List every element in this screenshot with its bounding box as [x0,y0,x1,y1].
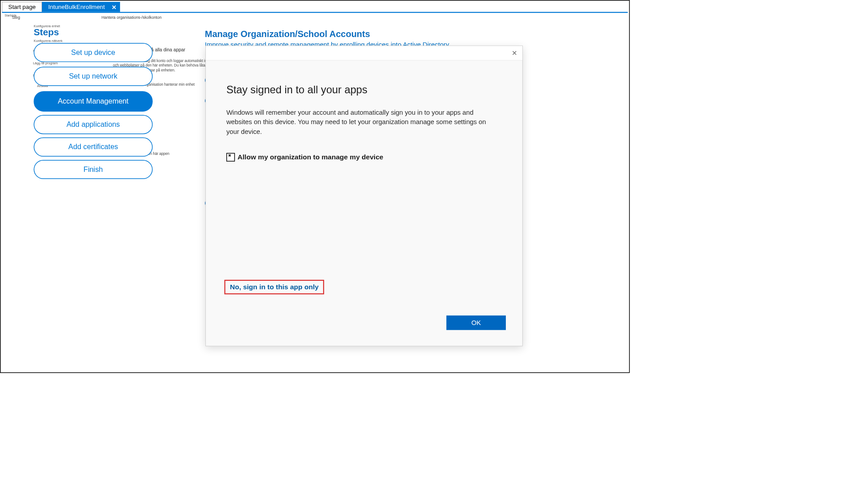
ok-button[interactable]: OK [446,316,506,330]
step-label: Set up device [71,48,115,57]
sv-hantera-label: Hantera organisations-/skolkonton [101,15,162,20]
step-finish-button[interactable]: Finish [33,160,152,179]
tab-label: IntuneBulkEnrollment [48,4,105,11]
tab-start-page[interactable]: Start page [2,2,42,12]
dialog-title: Stay signed in to all your apps [226,83,502,96]
page-title: Manage Organization/School Accounts [205,29,370,39]
allow-manage-checkbox-row: ✖ Allow my organization to manage my dev… [226,153,502,162]
ok-button-label: OK [471,319,481,326]
tab-label: Start page [8,4,36,11]
step-setup-device-button[interactable]: Set up device [33,43,152,62]
step-label: Add applications [67,120,120,129]
dialog-content: Stay signed in to all your apps Windows … [206,60,522,161]
app-window: Start page IntuneBulkEnrollment ✕ Starts… [0,0,630,373]
sv-steg-label: Steg [12,15,20,20]
stay-signed-in-dialog: ✕ Stay signed in to all your apps Window… [205,46,522,346]
allow-manage-checkbox[interactable]: ✖ [226,153,235,162]
tab-intune-bulk-enrollment[interactable]: IntuneBulkEnrollment ✕ [42,2,120,12]
dialog-body-text: Windows will remember your account and a… [226,108,501,136]
steps-title: Steps [33,27,58,38]
dialog-titlebar: ✕ [206,46,522,61]
step-label: Set up network [69,72,117,80]
close-icon[interactable]: ✕ [112,4,117,11]
close-icon[interactable]: ✕ [510,49,518,57]
checkbox-mark-icon: ✖ [228,153,231,158]
sign-in-this-app-only-link[interactable]: No, sign in to this app only [230,283,319,290]
step-label: Finish [83,165,103,174]
step-add-applications-button[interactable]: Add applications [33,115,152,134]
allow-manage-checkbox-label: Allow my organization to manage my devic… [238,153,383,161]
tab-underline [2,12,628,13]
highlight-box: No, sign in to this app only [224,280,324,295]
sv-konfigurera-natverk-label: Konfigurera nätverk [33,39,63,42]
step-label: Account Management [58,97,128,106]
step-add-certificates-button[interactable]: Add certificates [33,137,152,157]
step-label: Add certificates [68,143,118,151]
tab-bar: Start page IntuneBulkEnrollment ✕ [2,2,120,12]
close-glyph: ✕ [512,49,517,57]
step-account-management-button[interactable]: Account Management [33,91,152,112]
step-setup-network-button[interactable]: Set up network [33,67,152,86]
